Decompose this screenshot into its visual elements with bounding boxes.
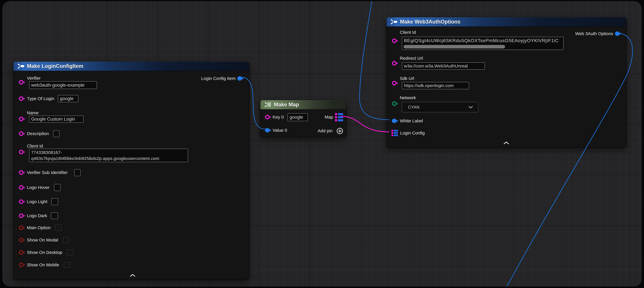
node-header[interactable]: Make Web3AuthOptions — [386, 17, 626, 27]
description-input[interactable] — [53, 130, 60, 137]
logo-dark-pin[interactable] — [19, 213, 26, 218]
output-pin-label: Web 3Auth Options — [575, 31, 613, 36]
graph-canvas[interactable]: Make LoginConfigItem Login Config Item V… — [2, 1, 642, 286]
pin-label: Login Config — [400, 130, 425, 136]
logo-dark-input[interactable] — [51, 212, 58, 219]
pin-label: Logo Light — [27, 199, 48, 204]
pin-label: Main Option — [27, 225, 50, 230]
node-make-web3authoptions[interactable]: Make Web3AuthOptions Web 3Auth Options C… — [386, 17, 626, 148]
pin-label: Value 0 — [272, 128, 287, 133]
show-on-modal-checkbox[interactable] — [63, 237, 70, 243]
sdk-url-input[interactable]: https://sdk.openlogin.com — [402, 82, 469, 89]
description-pin[interactable] — [19, 131, 26, 136]
wire-offscreen-to-whitelabel[interactable] — [360, 1, 390, 120]
pin-label: Description — [27, 131, 49, 136]
key-0-pin[interactable] — [265, 115, 272, 120]
network-pin[interactable] — [392, 101, 398, 106]
collapse-chevron-icon[interactable] — [504, 141, 509, 145]
show-on-mobile-checkbox[interactable] — [64, 262, 70, 268]
add-pin-icon[interactable] — [336, 128, 343, 134]
collapse-chevron-icon[interactable] — [130, 273, 136, 277]
verifier-sub-identifier-pin[interactable] — [19, 170, 26, 175]
client-id-pin[interactable] — [392, 38, 398, 43]
make-map-icon — [264, 102, 272, 108]
pin-label: Logo Dark — [27, 213, 47, 218]
pin-label: Sdk Url — [400, 76, 414, 81]
add-pin-label[interactable]: Add pin — [318, 128, 332, 133]
make-struct-icon — [17, 63, 25, 69]
type-of-login-pin[interactable] — [19, 96, 26, 101]
type-of-login-input[interactable]: google — [58, 95, 78, 102]
show-on-desktop-pin[interactable] — [19, 250, 26, 255]
show-on-modal-pin[interactable] — [19, 237, 26, 242]
pin-label: Redirect Url — [400, 56, 423, 61]
node-header[interactable]: Make Map — [260, 100, 346, 109]
pin-label: Client Id — [27, 143, 43, 149]
pin-label: Network — [400, 95, 416, 100]
show-on-desktop-checkbox[interactable] — [66, 250, 74, 255]
redirect-url-input[interactable]: w3a://com.w3a.Web3AuthUnreal — [402, 62, 485, 70]
node-title: Make LoginConfigItem — [27, 63, 83, 69]
logo-light-pin[interactable] — [19, 199, 26, 204]
redirect-url-pin[interactable] — [392, 61, 398, 66]
login-config-pin map-pin-icon[interactable] — [392, 130, 398, 136]
main-option-pin[interactable] — [19, 225, 26, 230]
node-make-map[interactable]: Make Map Key 0 google Map — [260, 100, 346, 137]
logo-light-input[interactable] — [51, 198, 58, 205]
key-0-input[interactable]: google — [288, 113, 308, 121]
pin-label: Key 0 — [272, 114, 284, 120]
network-dropdown[interactable]: CYAN — [402, 102, 478, 112]
white-label-pin[interactable] — [392, 118, 398, 123]
name-input[interactable]: Google Custom Login — [29, 116, 84, 123]
node-title: Make Map — [274, 102, 299, 108]
output-pin-label: Login Config Item — [201, 76, 236, 81]
editor-background: Make LoginConfigItem Login Config Item V… — [0, 0, 644, 288]
pin-label: Verifier — [27, 76, 40, 81]
pin-label: Verifier Sub Identifier — [27, 170, 68, 175]
name-pin[interactable] — [19, 117, 26, 121]
pin-label: Name — [27, 110, 38, 115]
pin-label: Map — [325, 114, 333, 120]
show-on-mobile-pin[interactable] — [19, 262, 26, 267]
client-id-scrollbar[interactable] — [404, 45, 505, 49]
client-id-pin[interactable] — [19, 150, 26, 155]
sdk-url-pin[interactable] — [392, 81, 398, 86]
wire-makemap-map-to-loginconfig[interactable] — [341, 116, 389, 132]
pin-label: Show On Desktop — [27, 250, 62, 255]
value-0-pin[interactable] — [265, 128, 272, 133]
dropdown-chevron-icon — [468, 106, 473, 109]
make-struct-icon — [390, 19, 398, 25]
network-selected-value: CYAN — [408, 105, 420, 110]
pin-label: Client Id — [400, 30, 416, 35]
pin-label: White Label — [400, 118, 423, 124]
client-id-input[interactable]: 774338308167-q463s7kpvja16l4l0kko3nb925i… — [29, 149, 188, 162]
pin-label: Show On Modal — [27, 237, 58, 243]
web3auth-options-output-pin[interactable] — [615, 31, 622, 36]
logo-hover-input[interactable] — [54, 184, 61, 191]
node-make-loginconfigitem[interactable]: Make LoginConfigItem Login Config Item V… — [14, 62, 249, 279]
main-option-checkbox[interactable] — [55, 225, 62, 231]
node-title: Make Web3AuthOptions — [400, 19, 460, 25]
pin-label: Type Of Login — [27, 96, 54, 101]
node-header[interactable]: Make LoginConfigItem — [14, 62, 249, 71]
pin-label: Logo Hover — [27, 185, 50, 190]
login-config-item-output-pin[interactable] — [237, 76, 244, 81]
logo-hover-pin[interactable] — [19, 185, 26, 190]
pin-label: Show On Mobile — [27, 262, 59, 267]
verifier-input[interactable]: web3auth-google-example — [29, 81, 97, 89]
verifier-pin[interactable] — [19, 80, 26, 85]
verifier-sub-identifier-input[interactable] — [74, 169, 80, 176]
map-output-pin map-pin-icon[interactable] — [335, 113, 343, 121]
